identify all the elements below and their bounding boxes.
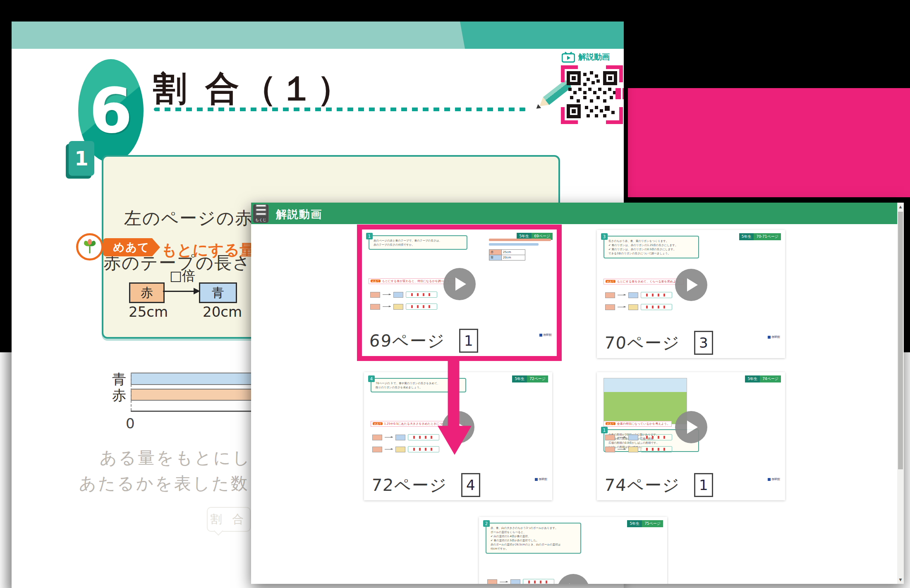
publisher-mark: 啓林館 — [535, 477, 547, 481]
thumbnail-label-row: 74ページ1 — [604, 473, 713, 497]
mini-tape-bars: 赤25cm青20cm — [489, 239, 551, 261]
times-label: □倍 — [170, 267, 195, 285]
mini-problem-number: 1 — [366, 233, 373, 239]
page-title: 割 合（１） — [153, 66, 354, 112]
mini-diagrams — [605, 292, 672, 310]
title-dotted-underline — [154, 108, 526, 111]
thumbnail-problem-number: 3 — [694, 331, 713, 355]
mini-problem-line: ✔ 青のリボンは、赤のリボンの1.25倍の長さにします。 — [608, 243, 695, 247]
red-length: 25cm — [129, 304, 168, 320]
pink-dash — [623, 88, 624, 99]
publisher-mark: 啓林館 — [539, 333, 552, 337]
goal-badge: めあて — [103, 238, 160, 256]
chart-dashed-axis — [131, 373, 132, 411]
grade-page-badge: 5年生74ページ — [745, 375, 781, 382]
qr-code-image — [567, 71, 617, 118]
mini-problem-number: 3 — [601, 233, 608, 240]
video-thumbnail-75[interactable]: 5年生75ページ2赤、青、白の大きさのちがう3つのボールがあります。ボールの直径… — [479, 517, 667, 584]
mini-problem-line: 何cmですか。 — [491, 547, 577, 551]
play-button[interactable] — [557, 574, 589, 584]
mini-problem-line: ✔ 黄のリボンは、赤のリボンの0.5倍の長さにします。 — [608, 247, 695, 251]
mini-problem-box: 3長さのちがう赤、青、黄のリボンをつくります。✔ 青のリボンは、赤のリボンの1.… — [603, 236, 699, 258]
problem-number-badge: 1 — [69, 141, 94, 176]
mini-problem-line: 赤、青、白の大きさのちがう3つのボールがあります。 — [491, 526, 577, 530]
video-thumbnail-74[interactable]: 5年生74ページ1全体の面積が2000㎡の公園があります。公園全体の面積の0.4… — [597, 372, 785, 500]
scroll-down-arrow[interactable]: ▼ — [897, 578, 904, 582]
thumbnail-problem-number: 1 — [459, 329, 478, 353]
thumbnail-page-label: 72ページ — [371, 474, 448, 497]
video-label-text: 解説動画 — [578, 52, 610, 62]
mini-problem-line: ボールの直径をくらべると、 — [491, 530, 577, 534]
mini-diagrams — [487, 579, 554, 584]
mini-problem-box: 1左のページの赤と青のテープで、青のテープの長さは、赤のテープの長さの何倍ですか… — [369, 235, 467, 250]
hamburger-icon — [256, 204, 266, 207]
unit-number: 6 — [89, 80, 132, 142]
tv-play-icon — [562, 51, 575, 63]
play-button[interactable] — [675, 411, 707, 443]
mini-goal-line: めあて全体の何倍になっているかを考えよう。 — [603, 421, 672, 427]
red-tape-box: 赤 — [129, 282, 165, 303]
mini-problem-number: 1 — [601, 427, 608, 433]
selected-thumbnail-frame: 5年生69ページ1左のページの赤と青のテープで、青のテープの長さは、赤のテープの… — [357, 225, 562, 361]
play-button[interactable] — [443, 268, 476, 300]
faint-term-bubble: 割 合 — [207, 507, 251, 532]
chart-zero-label: 0 — [126, 415, 135, 432]
menu-button[interactable]: もくじ — [253, 204, 268, 223]
bar-label-red: 赤 — [112, 386, 126, 405]
blue-length: 20cm — [203, 304, 242, 320]
qr-code — [561, 65, 623, 124]
menu-button-label: もくじ — [255, 218, 267, 223]
problem-number: 1 — [74, 147, 88, 170]
thumbnail-problem-number: 1 — [694, 473, 713, 497]
mini-diagrams — [370, 292, 437, 310]
video-thumbnail-70[interactable]: 5年生70-71ページ3長さのちがう赤、青、黄のリボンをつくります。✔ 青のリボ… — [597, 230, 785, 358]
publisher-mark: 啓林館 — [768, 477, 780, 481]
video-thumbnail-69[interactable]: 5年生69ページ1左のページの赤と青のテープで、青のテープの長さは、赤のテープの… — [362, 229, 557, 356]
play-button[interactable] — [675, 269, 707, 301]
grade-page-badge: 5年生70-71ページ — [739, 233, 781, 240]
blue-tape-box: 青 — [199, 282, 237, 303]
mini-diagrams — [605, 434, 672, 452]
thumbnail-problem-number: 4 — [461, 473, 480, 497]
thumbnail-label-row: 70ページ3 — [604, 331, 713, 355]
mini-problem-line: できる3本のリボンの長さについて調べましょう。 — [608, 251, 695, 256]
scroll-up-arrow[interactable]: ▲ — [897, 205, 904, 209]
mini-illustration — [603, 378, 687, 424]
grade-page-badge: 5年生75ページ — [627, 520, 663, 527]
mini-problem-line: 赤のテープの長さの何倍ですか。 — [374, 243, 463, 247]
goal-text: もとにする量が変 — [161, 240, 251, 258]
grade-page-badge: 5年生72ページ — [512, 375, 548, 382]
thumbnail-label-row: 72ページ4 — [371, 473, 480, 497]
mini-goal-line: めあてもとにする量をきめて、くらべる量を求めよう。 — [603, 279, 684, 284]
mini-problem-line: ✔ 白の直径の1.4倍が青の直径、 — [491, 534, 577, 538]
thumbnail-page-label: 74ページ — [603, 474, 681, 497]
modal-header: もくじ 解説動画 — [251, 203, 897, 224]
publisher-mark: 啓林館 — [768, 335, 780, 339]
video-label: 解説動画 — [562, 51, 610, 63]
sprout-icon — [76, 233, 103, 261]
mini-problem-number: 2 — [483, 520, 490, 527]
pink-highlight-block — [628, 88, 910, 197]
video-modal: もくじ 解説動画 5年生69ページ1左のページの赤と青のテープで、青のテープの長… — [251, 203, 904, 584]
pink-dash — [615, 88, 621, 99]
modal-title: 解説動画 — [276, 207, 322, 222]
arrow-right-icon — [163, 291, 199, 292]
mini-diagrams — [372, 434, 439, 452]
thumbnail-label-row: 69ページ1 — [369, 329, 478, 353]
mini-problem-line: 長さのちがう赤、青、黄のリボンをつくります。 — [608, 239, 695, 243]
thumbnail-page-label: 69ページ — [369, 330, 446, 352]
mini-problem-line: ✔ 青の直径の2.5倍が赤の直径でした。 — [491, 538, 577, 543]
mini-goal-line: めあてもとにする量が変わると、何倍になるかを調べよう。 — [369, 278, 455, 284]
mini-problem-line: 左のページの赤と青のテープで、青のテープの長さは、 — [374, 239, 463, 243]
scrollbar-thumb[interactable] — [898, 212, 903, 469]
mini-problem-number: 4 — [368, 375, 375, 382]
thumbnail-page-label: 70ページ — [603, 332, 681, 354]
mini-problem-line: 赤のボールの直径が26.5cmのとき、白のボールの直径は — [491, 543, 577, 547]
mini-problem-box: 2赤、青、白の大きさのちがう3つのボールがあります。ボールの直径をくらべると、✔… — [486, 523, 581, 554]
modal-scrollbar[interactable]: ▲ ▼ — [897, 203, 904, 584]
